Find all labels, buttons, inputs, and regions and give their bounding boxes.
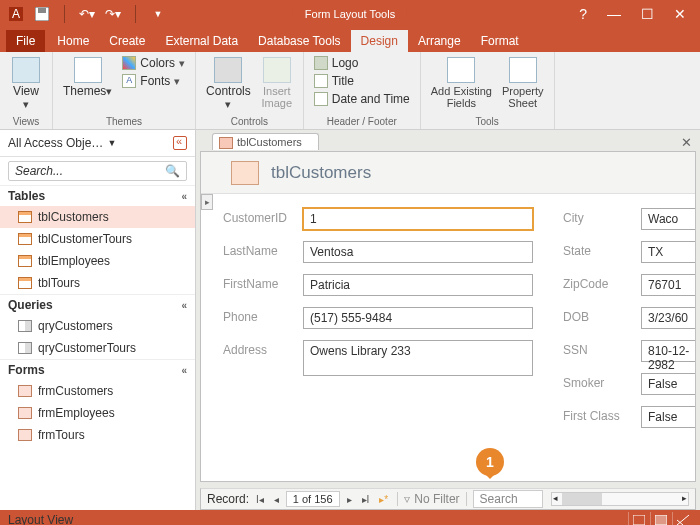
label-address: Address	[223, 340, 297, 357]
table-icon	[18, 277, 32, 289]
next-record-button[interactable]: ▸	[344, 494, 355, 505]
ribbon: View▾ Views Themes▾ Colors▾ AFonts▾ Them…	[0, 52, 700, 130]
datetime-button[interactable]: Date and Time	[312, 91, 412, 107]
nav-item-qrycustomertours[interactable]: qryCustomerTours	[0, 337, 195, 359]
view-mode-label: Layout View	[8, 513, 73, 525]
view-button[interactable]: View▾	[8, 55, 44, 112]
group-label-controls: Controls	[231, 116, 268, 127]
window-buttons: ? — ☐ ✕	[579, 6, 700, 22]
collapse-icon: «	[181, 300, 187, 311]
field-firstclass[interactable]: False	[641, 406, 696, 428]
form-fields: CustomerID1 LastNameVentosa FirstNamePat…	[201, 194, 695, 438]
tab-external-data[interactable]: External Data	[155, 30, 248, 52]
nav-item-tblcustomertours[interactable]: tblCustomerTours	[0, 228, 195, 250]
tab-design[interactable]: Design	[351, 30, 408, 52]
nav-item-tblcustomers[interactable]: tblCustomers	[0, 206, 195, 228]
undo-icon[interactable]: ↶▾	[79, 6, 95, 22]
nav-search-input[interactable]: Search...🔍	[8, 161, 187, 181]
record-search-input[interactable]: Search	[473, 490, 543, 508]
minimize-icon[interactable]: —	[607, 6, 621, 22]
form-title: tblCustomers	[271, 163, 371, 183]
design-view-button[interactable]	[672, 512, 692, 525]
form-view-button[interactable]	[628, 512, 648, 525]
new-record-button[interactable]: ▸*	[376, 494, 391, 505]
save-icon[interactable]	[34, 6, 50, 22]
field-address[interactable]: Owens Library 233	[303, 340, 533, 376]
field-lastname[interactable]: Ventosa	[303, 241, 533, 263]
field-customerid[interactable]: 1	[303, 208, 533, 230]
label-zipcode: ZipCode	[563, 274, 635, 291]
form-logo-icon	[231, 161, 259, 185]
field-zipcode[interactable]: 76701	[641, 274, 696, 296]
field-firstname[interactable]: Patricia	[303, 274, 533, 296]
document-tab[interactable]: tblCustomers	[212, 133, 319, 150]
colors-button[interactable]: Colors▾	[120, 55, 187, 71]
nav-item-tblemployees[interactable]: tblEmployees	[0, 250, 195, 272]
tab-arrange[interactable]: Arrange	[408, 30, 471, 52]
nav-item-frmtours[interactable]: frmTours	[0, 424, 195, 446]
form-icon	[18, 407, 32, 419]
ribbon-tabs: File Home Create External Data Database …	[0, 28, 700, 52]
field-dob[interactable]: 3/23/60	[641, 307, 696, 329]
first-record-button[interactable]: I◂	[253, 494, 267, 505]
nav-item-tbltours[interactable]: tblTours	[0, 272, 195, 294]
last-record-button[interactable]: ▸I	[359, 494, 373, 505]
form-header: tblCustomers	[201, 152, 695, 194]
help-icon[interactable]: ?	[579, 6, 587, 22]
layout-view-button[interactable]	[650, 512, 670, 525]
nav-pane-header[interactable]: All Access Obje…▼	[0, 130, 195, 157]
title-bar: A ↶▾ ↷▾ ▼ Form Layout Tools ? — ☐ ✕	[0, 0, 700, 28]
quick-access-toolbar: A ↶▾ ↷▾ ▼	[0, 5, 166, 23]
tab-file[interactable]: File	[6, 30, 45, 52]
tab-create[interactable]: Create	[99, 30, 155, 52]
no-filter-label[interactable]: No Filter	[414, 492, 459, 506]
add-fields-button[interactable]: Add Existing Fields	[429, 55, 494, 111]
nav-section-queries[interactable]: Queries«	[0, 294, 195, 315]
qat-customize-icon[interactable]: ▼	[150, 6, 166, 22]
filter-icon[interactable]: ▿	[404, 492, 410, 506]
group-header-footer: Logo Title Date and Time Header / Footer	[304, 52, 421, 129]
logo-button[interactable]: Logo	[312, 55, 361, 71]
nav-section-tables[interactable]: Tables«	[0, 185, 195, 206]
nav-item-qrycustomers[interactable]: qryCustomers	[0, 315, 195, 337]
field-phone[interactable]: (517) 555-9484	[303, 307, 533, 329]
close-document-icon[interactable]: ✕	[681, 135, 692, 150]
field-ssn[interactable]: 810-12-2982	[641, 340, 696, 362]
tab-format[interactable]: Format	[471, 30, 529, 52]
form-icon	[18, 429, 32, 441]
title-button[interactable]: Title	[312, 73, 356, 89]
nav-item-frmcustomers[interactable]: frmCustomers	[0, 380, 195, 402]
horizontal-scrollbar[interactable]: ◂▸	[551, 492, 689, 506]
redo-icon[interactable]: ↷▾	[105, 6, 121, 22]
prev-record-button[interactable]: ◂	[271, 494, 282, 505]
fonts-button[interactable]: AFonts▾	[120, 73, 182, 89]
property-sheet-button[interactable]: Property Sheet	[500, 55, 546, 111]
table-icon	[18, 233, 32, 245]
insert-image-button[interactable]: Insert Image	[259, 55, 295, 111]
field-city[interactable]: Waco	[641, 208, 696, 230]
record-selector[interactable]: ▸	[201, 194, 213, 210]
themes-button[interactable]: Themes▾	[61, 55, 114, 100]
tab-database-tools[interactable]: Database Tools	[248, 30, 351, 52]
close-icon[interactable]: ✕	[674, 6, 686, 22]
record-position[interactable]: 1 of 156	[286, 491, 340, 507]
group-label-views: Views	[13, 116, 40, 127]
nav-item-frmemployees[interactable]: frmEmployees	[0, 402, 195, 424]
contextual-tab-label: Form Layout Tools	[293, 6, 407, 22]
label-dob: DOB	[563, 307, 635, 324]
svg-text:A: A	[12, 7, 20, 21]
group-label-tools: Tools	[475, 116, 498, 127]
field-smoker[interactable]: False	[641, 373, 696, 395]
tab-home[interactable]: Home	[47, 30, 99, 52]
label-phone: Phone	[223, 307, 297, 324]
field-state[interactable]: TX	[641, 241, 696, 263]
nav-section-forms[interactable]: Forms«	[0, 359, 195, 380]
controls-button[interactable]: Controls▾	[204, 55, 253, 112]
maximize-icon[interactable]: ☐	[641, 6, 654, 22]
record-label: Record:	[207, 492, 249, 506]
view-shortcuts	[628, 512, 692, 525]
collapse-pane-icon[interactable]	[173, 136, 187, 150]
label-firstclass: First Class	[563, 406, 635, 423]
svg-rect-5	[655, 515, 667, 525]
svg-line-7	[677, 515, 689, 525]
